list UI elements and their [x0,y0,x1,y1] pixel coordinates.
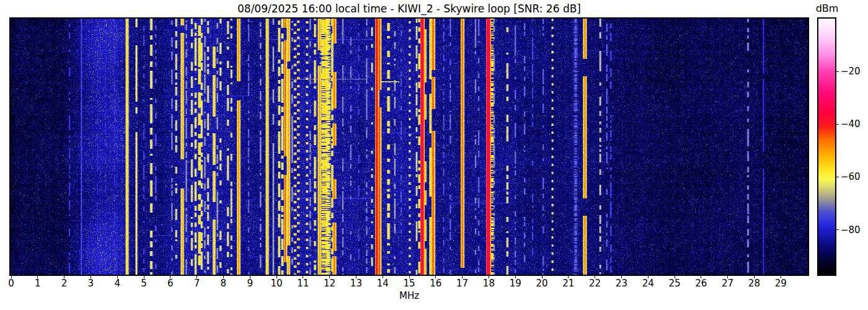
waterfall-plot [9,17,809,276]
x-tick-label: 29 [769,278,792,289]
x-tick-label: 28 [743,278,765,289]
x-tick-label: 13 [345,278,367,289]
colorbar-tick-mark [836,229,839,230]
spectrogram-page: 08/09/2025 16:00 local time - KIWI_2 - S… [0,0,868,310]
x-tick-label: 10 [265,278,288,289]
x-tick-label: 18 [477,278,500,289]
colorbar-tick-label: −60 [841,171,868,182]
x-tick-label: 20 [531,278,553,289]
x-tick-label: 8 [212,278,234,289]
x-tick-label: 4 [106,278,128,289]
x-tick-label: 15 [398,278,420,289]
x-tick-label: 5 [133,278,155,289]
x-tick-label: 26 [690,278,712,289]
x-tick-label: 7 [186,278,208,289]
x-tick-label: 16 [425,278,447,289]
waterfall-canvas [11,19,808,275]
x-axis-label: MHz [0,290,818,301]
x-tick-label: 0 [0,278,22,289]
colorbar-tick-mark [836,71,839,72]
x-tick-label: 23 [610,278,632,289]
x-tick-label: 22 [584,278,606,289]
x-tick-label: 9 [239,278,261,289]
colorbar [817,17,836,276]
x-tick-label: 1 [27,278,49,289]
x-tick-label: 11 [292,278,314,289]
x-tick-label: 12 [319,278,341,289]
x-tick-label: 17 [451,278,474,289]
x-tick-label: 27 [717,278,739,289]
x-tick-label: 21 [557,278,580,289]
x-tick-label: 2 [53,278,76,289]
colorbar-tick-mark [836,177,839,177]
plot-title: 08/09/2025 16:00 local time - KIWI_2 - S… [0,2,818,15]
x-tick-label: 25 [663,278,686,289]
colorbar-gradient [818,19,835,275]
colorbar-tick-mark [836,124,839,125]
x-tick-label: 3 [79,278,102,289]
colorbar-tick-label: −20 [841,66,868,77]
x-tick-label: 6 [159,278,182,289]
colorbar-tick-label: −80 [841,224,868,236]
colorbar-unit-label: dBm [811,2,843,14]
x-tick-label: 14 [371,278,394,289]
x-tick-label: 24 [637,278,659,289]
colorbar-tick-label: −40 [841,118,868,130]
x-tick-label: 19 [504,278,526,289]
